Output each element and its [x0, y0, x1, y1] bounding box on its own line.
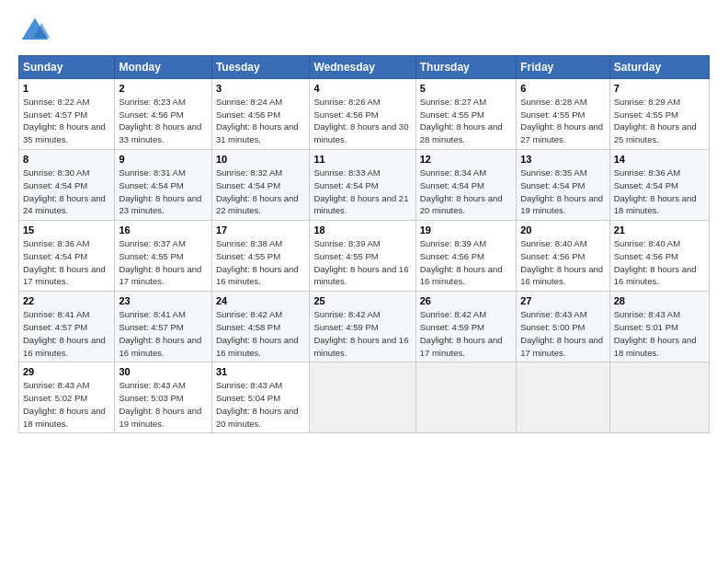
- day-sunset: Sunset: 4:55 PM: [119, 251, 183, 261]
- day-daylight: Daylight: 8 hours and 27 minutes.: [520, 121, 603, 144]
- day-number: 16: [119, 224, 207, 237]
- calendar-cell: [415, 362, 516, 433]
- calendar-cell: 31Sunrise: 8:43 AMSunset: 5:04 PMDayligh…: [211, 362, 310, 433]
- header-tuesday: Tuesday: [211, 56, 310, 79]
- calendar-header-row: SundayMondayTuesdayWednesdayThursdayFrid…: [19, 56, 710, 79]
- calendar-page: SundayMondayTuesdayWednesdayThursdayFrid…: [0, 0, 728, 563]
- day-sunset: Sunset: 4:55 PM: [313, 251, 378, 261]
- day-sunrise: Sunrise: 8:35 AM: [520, 167, 586, 178]
- calendar-cell: 20Sunrise: 8:40 AMSunset: 4:56 PMDayligh…: [517, 221, 609, 292]
- day-sunrise: Sunrise: 8:23 AM: [119, 97, 185, 107]
- day-sunrise: Sunrise: 8:40 AM: [520, 238, 586, 248]
- day-sunrise: Sunrise: 8:36 AM: [23, 238, 89, 248]
- day-sunset: Sunset: 5:00 PM: [520, 322, 585, 332]
- calendar-cell: [310, 362, 415, 433]
- day-number: 4: [313, 82, 411, 96]
- day-sunset: Sunset: 4:58 PM: [216, 322, 280, 332]
- day-number: 15: [23, 224, 110, 237]
- day-daylight: Daylight: 8 hours and 23 minutes.: [119, 193, 201, 216]
- day-number: 8: [23, 153, 110, 167]
- day-daylight: Daylight: 8 hours and 22 minutes.: [216, 193, 299, 216]
- day-sunrise: Sunrise: 8:37 AM: [119, 238, 185, 248]
- day-sunset: Sunset: 5:04 PM: [216, 393, 280, 403]
- header-friday: Friday: [517, 56, 609, 79]
- day-sunrise: Sunrise: 8:40 AM: [614, 238, 680, 248]
- calendar-cell: 17Sunrise: 8:38 AMSunset: 4:55 PMDayligh…: [211, 221, 310, 292]
- day-daylight: Daylight: 8 hours and 17 minutes.: [520, 335, 603, 358]
- day-daylight: Daylight: 8 hours and 17 minutes.: [119, 264, 201, 287]
- day-sunrise: Sunrise: 8:33 AM: [313, 167, 380, 178]
- day-daylight: Daylight: 8 hours and 30 minutes.: [313, 121, 408, 144]
- day-daylight: Daylight: 8 hours and 16 minutes.: [520, 264, 603, 287]
- day-number: 19: [420, 224, 512, 237]
- calendar-cell: 28Sunrise: 8:43 AMSunset: 5:01 PMDayligh…: [609, 292, 709, 362]
- day-sunset: Sunset: 4:56 PM: [119, 109, 183, 120]
- day-sunset: Sunset: 4:54 PM: [119, 180, 183, 190]
- day-daylight: Daylight: 8 hours and 19 minutes.: [520, 193, 603, 216]
- calendar-cell: 6Sunrise: 8:28 AMSunset: 4:55 PMDaylight…: [517, 79, 609, 150]
- day-daylight: Daylight: 8 hours and 17 minutes.: [23, 264, 106, 287]
- day-number: 5: [420, 82, 512, 96]
- calendar-week-1: 1Sunrise: 8:22 AMSunset: 4:57 PMDaylight…: [19, 79, 710, 150]
- day-sunset: Sunset: 5:03 PM: [119, 393, 183, 403]
- calendar-table: SundayMondayTuesdayWednesdayThursdayFrid…: [18, 55, 710, 433]
- day-number: 22: [23, 294, 110, 308]
- day-sunset: Sunset: 4:56 PM: [216, 109, 280, 120]
- day-number: 1: [23, 82, 110, 96]
- day-number: 31: [216, 365, 306, 379]
- calendar-cell: 19Sunrise: 8:39 AMSunset: 4:56 PMDayligh…: [415, 221, 516, 292]
- day-daylight: Daylight: 8 hours and 16 minutes.: [119, 335, 201, 358]
- day-sunrise: Sunrise: 8:32 AM: [216, 167, 282, 178]
- day-daylight: Daylight: 8 hours and 16 minutes.: [216, 335, 299, 358]
- day-daylight: Daylight: 8 hours and 16 minutes.: [23, 335, 106, 358]
- day-daylight: Daylight: 8 hours and 21 minutes.: [313, 193, 408, 216]
- day-daylight: Daylight: 8 hours and 28 minutes.: [420, 121, 503, 144]
- day-daylight: Daylight: 8 hours and 20 minutes.: [420, 193, 503, 216]
- day-daylight: Daylight: 8 hours and 18 minutes.: [614, 193, 697, 216]
- calendar-cell: 29Sunrise: 8:43 AMSunset: 5:02 PMDayligh…: [19, 362, 115, 433]
- day-sunset: Sunset: 4:59 PM: [420, 322, 484, 332]
- day-sunset: Sunset: 4:55 PM: [420, 109, 484, 120]
- day-sunrise: Sunrise: 8:43 AM: [119, 380, 185, 390]
- calendar-week-2: 8Sunrise: 8:30 AMSunset: 4:54 PMDaylight…: [19, 150, 710, 221]
- day-number: 20: [520, 224, 605, 237]
- day-sunrise: Sunrise: 8:36 AM: [614, 167, 680, 178]
- day-sunset: Sunset: 4:54 PM: [614, 180, 678, 190]
- day-sunrise: Sunrise: 8:41 AM: [23, 309, 89, 319]
- calendar-cell: 9Sunrise: 8:31 AMSunset: 4:54 PMDaylight…: [115, 150, 211, 221]
- calendar-cell: 13Sunrise: 8:35 AMSunset: 4:54 PMDayligh…: [517, 150, 609, 221]
- calendar-cell: 24Sunrise: 8:42 AMSunset: 4:58 PMDayligh…: [211, 292, 310, 362]
- day-number: 13: [520, 153, 605, 167]
- calendar-cell: 11Sunrise: 8:33 AMSunset: 4:54 PMDayligh…: [310, 150, 415, 221]
- calendar-cell: 8Sunrise: 8:30 AMSunset: 4:54 PMDaylight…: [19, 150, 115, 221]
- day-sunset: Sunset: 4:57 PM: [23, 109, 87, 120]
- day-sunset: Sunset: 5:02 PM: [23, 393, 87, 403]
- day-sunrise: Sunrise: 8:29 AM: [614, 97, 680, 107]
- day-daylight: Daylight: 8 hours and 16 minutes.: [420, 264, 503, 287]
- day-sunset: Sunset: 4:55 PM: [216, 251, 280, 261]
- day-sunrise: Sunrise: 8:43 AM: [614, 309, 680, 319]
- calendar-cell: 21Sunrise: 8:40 AMSunset: 4:56 PMDayligh…: [609, 221, 709, 292]
- calendar-cell: [609, 362, 709, 433]
- calendar-cell: [517, 362, 609, 433]
- day-number: 21: [614, 224, 705, 237]
- calendar-cell: 4Sunrise: 8:26 AMSunset: 4:56 PMDaylight…: [310, 79, 415, 150]
- calendar-cell: 14Sunrise: 8:36 AMSunset: 4:54 PMDayligh…: [609, 150, 709, 221]
- calendar-cell: 16Sunrise: 8:37 AMSunset: 4:55 PMDayligh…: [115, 221, 211, 292]
- day-number: 24: [216, 294, 306, 308]
- day-number: 12: [420, 153, 512, 167]
- calendar-cell: 25Sunrise: 8:42 AMSunset: 4:59 PMDayligh…: [310, 292, 415, 362]
- day-number: 17: [216, 224, 306, 237]
- day-sunset: Sunset: 4:57 PM: [119, 322, 183, 332]
- calendar-cell: 5Sunrise: 8:27 AMSunset: 4:55 PMDaylight…: [415, 79, 516, 150]
- header-wednesday: Wednesday: [310, 56, 415, 79]
- day-daylight: Daylight: 8 hours and 24 minutes.: [23, 193, 106, 216]
- day-sunset: Sunset: 4:55 PM: [614, 109, 678, 120]
- day-sunrise: Sunrise: 8:30 AM: [23, 167, 89, 178]
- day-number: 14: [614, 153, 705, 167]
- day-sunrise: Sunrise: 8:43 AM: [23, 380, 89, 390]
- day-sunrise: Sunrise: 8:41 AM: [119, 309, 185, 319]
- day-sunrise: Sunrise: 8:27 AM: [420, 97, 486, 107]
- calendar-cell: 22Sunrise: 8:41 AMSunset: 4:57 PMDayligh…: [19, 292, 115, 362]
- day-sunrise: Sunrise: 8:43 AM: [520, 309, 586, 319]
